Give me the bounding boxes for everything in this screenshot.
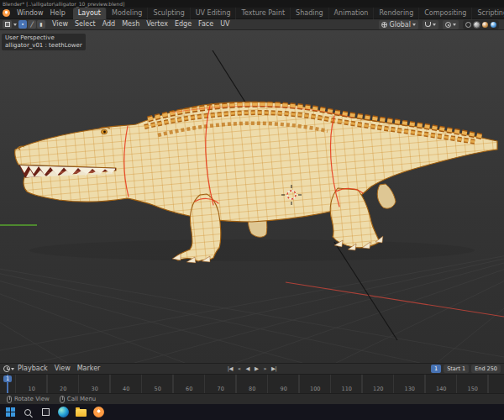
viewport-menu-item[interactable]: Select: [71, 18, 99, 30]
frame-label[interactable]: 50: [142, 386, 174, 392]
magnet-icon: [425, 22, 431, 27]
start-button[interactable]: [4, 407, 16, 418]
workspace-tab[interactable]: Texture Paint: [236, 8, 291, 19]
frame-label[interactable]: 40: [111, 386, 143, 392]
topbar: WindowHelp LayoutModelingSculptingUV Edi…: [0, 8, 504, 19]
blender-app-icon: [93, 407, 104, 417]
frame-label[interactable]: 60: [174, 386, 206, 392]
shading-solid-icon[interactable]: [474, 22, 480, 28]
snap-toggle[interactable]: [423, 20, 438, 29]
far-rear-leg: [377, 184, 396, 208]
frame-label[interactable]: 100: [300, 386, 332, 392]
3d-scene: [0, 30, 504, 363]
mouse-icon: [60, 396, 65, 403]
play-reverse-button[interactable]: ◀: [244, 364, 253, 375]
frame-label[interactable]: 130: [394, 386, 426, 392]
jump-end-button[interactable]: ▶|: [269, 364, 279, 375]
mouse-icon: [7, 396, 12, 403]
workspace-tab[interactable]: Shading: [291, 8, 329, 19]
viewport-menu-item[interactable]: View: [49, 18, 71, 30]
frame-label[interactable]: 80: [237, 386, 269, 392]
frame-label[interactable]: 90: [268, 386, 300, 392]
prev-keyframe-button[interactable]: «: [235, 364, 243, 375]
frame-label[interactable]: 140: [426, 386, 458, 392]
workspace-tab[interactable]: Modeling: [107, 8, 148, 19]
topbar-menu-item[interactable]: Help: [47, 8, 69, 19]
task-view-icon: [42, 408, 50, 416]
workspace-tab[interactable]: UV Editing: [191, 8, 237, 19]
viewport-menu-item[interactable]: Edge: [171, 18, 195, 30]
viewport-menu-item[interactable]: Mesh: [118, 18, 143, 30]
chevron-down-icon: [13, 24, 17, 26]
x-axis-line: [286, 282, 504, 317]
alligator-body: [15, 102, 497, 222]
frame-end-field[interactable]: End250: [471, 365, 501, 373]
shading-wireframe-icon[interactable]: [465, 22, 471, 28]
select-mode-button[interactable]: ▮: [37, 20, 45, 29]
select-mode-group: •╱▮: [18, 20, 45, 29]
select-mode-button[interactable]: •: [18, 20, 27, 29]
editor-type-icon[interactable]: [3, 20, 12, 29]
globe-icon: [381, 22, 387, 28]
playhead-frame-badge[interactable]: 1: [3, 375, 12, 382]
eye-pupil: [103, 131, 106, 134]
proportional-editing-toggle[interactable]: [443, 20, 459, 29]
workspace-tab[interactable]: Layout: [73, 8, 107, 19]
viewport-menu-item[interactable]: UV: [217, 18, 233, 30]
status-hint-label: Call Menu: [67, 396, 97, 402]
windows-taskbar: [0, 404, 504, 420]
workspace-tab[interactable]: Animation: [329, 8, 375, 19]
edge-taskbar-button[interactable]: [57, 407, 69, 418]
alligator-model[interactable]: [15, 102, 497, 263]
blender-taskbar-button[interactable]: [92, 407, 104, 418]
viewport-header-right: Global: [379, 20, 501, 29]
shading-rendered-icon[interactable]: [491, 22, 496, 28]
frame-label[interactable]: 70: [205, 386, 237, 392]
blender-window: Blender* [..\alligator\alligator_10_prev…: [0, 0, 504, 420]
timeline-ruler[interactable]: 102030405060708090100110120130140150 1: [0, 374, 504, 393]
jump-start-button[interactable]: |◀: [225, 364, 235, 375]
file-explorer-button[interactable]: [75, 407, 87, 418]
ground-shadow: [29, 239, 475, 261]
frame-label[interactable]: 150: [457, 386, 489, 392]
3d-viewport[interactable]: User Perspective alligator_v01 : teethLo…: [0, 30, 504, 363]
current-frame-field[interactable]: 1: [431, 365, 441, 373]
blender-logo-icon[interactable]: [3, 9, 10, 17]
workspace-tab[interactable]: Sculpting: [148, 8, 190, 19]
frame-label[interactable]: 120: [363, 386, 395, 392]
viewport-menu-item[interactable]: Add: [99, 18, 119, 30]
workspace-tab[interactable]: Compositing: [419, 8, 472, 19]
play-button[interactable]: ▶: [252, 364, 261, 375]
status-hint: Call Menu: [60, 396, 97, 403]
chevron-down-icon: [453, 24, 456, 26]
nostril-dot: [18, 149, 20, 150]
chevron-down-icon: [433, 24, 436, 26]
search-icon: [24, 409, 31, 416]
select-mode-button[interactable]: ╱: [28, 20, 36, 29]
frame-label[interactable]: 30: [79, 386, 111, 392]
timeline-menu-item[interactable]: View: [51, 363, 74, 375]
status-hint: Rotate View: [7, 396, 50, 403]
workspace-tab[interactable]: Scripting: [472, 8, 504, 19]
task-view-button[interactable]: [39, 407, 51, 418]
topbar-menu-item[interactable]: Window: [13, 8, 47, 19]
transform-orientation-dropdown[interactable]: Global: [379, 20, 418, 29]
frame-label[interactable]: 20: [48, 386, 80, 392]
view-name: User Perspective: [5, 34, 82, 42]
clock-icon[interactable]: [3, 365, 10, 372]
viewport-header: •╱▮ /* first select-mode gets active cla…: [0, 19, 504, 30]
next-keyframe-button[interactable]: »: [261, 364, 269, 375]
workspace-tab[interactable]: Rendering: [374, 8, 419, 19]
frame-label[interactable]: 110: [331, 386, 363, 392]
viewport-menu-item[interactable]: Vertex: [143, 18, 171, 30]
timeline-menu-item[interactable]: Marker: [74, 363, 104, 375]
frame-start-field[interactable]: Start1: [444, 365, 469, 373]
orientation-label: Global: [389, 21, 411, 29]
frame-label[interactable]: 10: [16, 386, 48, 392]
workspace-tabs: LayoutModelingSculptingUV EditingTexture…: [73, 8, 504, 19]
shading-material-icon[interactable]: [482, 22, 488, 28]
search-button[interactable]: [22, 407, 34, 418]
timeline-menu-item[interactable]: Playback: [14, 363, 51, 375]
viewport-menu-item[interactable]: Face: [195, 18, 217, 30]
playback-controls: |◀ « ◀ ▶ » ▶|: [225, 364, 279, 374]
